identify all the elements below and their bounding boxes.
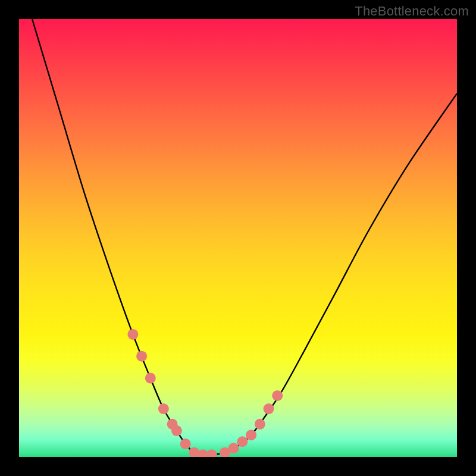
marker-dot [255,419,265,430]
marker-dot [180,439,191,449]
chart-frame: TheBottleneck.com [0,0,476,476]
plot-area [19,19,457,457]
marker-dots-group [127,329,283,457]
marker-dot [145,373,156,384]
marker-dot [171,425,182,436]
marker-dot [228,443,239,453]
marker-dot [264,403,274,414]
curve-path-group [32,19,457,455]
marker-dot [246,430,256,440]
watermark-text: TheBottleneck.com [355,4,469,19]
marker-dot [127,329,138,340]
marker-dot [136,351,147,362]
bottleneck-curve [32,19,457,455]
marker-dot [237,436,248,447]
marker-dot [206,449,217,457]
marker-dot [272,390,283,401]
curve-svg [19,19,457,457]
marker-dot [158,403,169,414]
